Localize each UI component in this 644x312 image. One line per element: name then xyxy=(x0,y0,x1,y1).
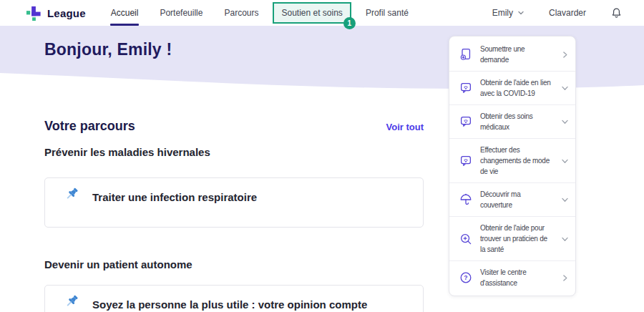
chat-heart-icon xyxy=(458,114,474,129)
journey-card-infection[interactable]: Traiter une infection respiratoire xyxy=(44,177,424,228)
navbar-right: Emily Clavarder xyxy=(492,7,623,19)
journey-card-opinion[interactable]: Soyez la personne la plus utile : votre … xyxy=(44,285,424,312)
help-circle-icon: ? xyxy=(458,270,474,285)
nav-item-accueil[interactable]: Accueil xyxy=(100,0,150,26)
svg-text:?: ? xyxy=(464,274,467,281)
support-item-trouver-praticien[interactable]: Obtenir de l'aide pour trouver un pratic… xyxy=(449,216,575,260)
chevron-right-icon xyxy=(560,50,570,59)
greeting-heading: Bonjour, Emily ! xyxy=(44,40,172,59)
chat-button[interactable]: Clavarder xyxy=(549,8,586,18)
chat-heart-icon xyxy=(458,81,474,95)
umbrella-icon xyxy=(458,192,474,207)
journey-title: Votre parcours xyxy=(44,119,135,134)
journey-group-heading: Prévenir les maladies hivernales xyxy=(44,146,210,158)
bell-icon xyxy=(610,7,623,19)
user-menu[interactable]: Emily xyxy=(492,8,525,18)
chat-heart-icon xyxy=(458,154,474,168)
search-plus-icon xyxy=(458,232,474,246)
support-item-mode-de-vie[interactable]: Effectuer des changements de mode de vie xyxy=(449,138,575,182)
top-navbar: League Accueil Portefeuille Parcours Sou… xyxy=(0,0,644,26)
chevron-down-icon xyxy=(560,83,570,93)
league-logo[interactable]: League xyxy=(26,5,86,21)
journey-header: Votre parcours Voir tout xyxy=(44,119,424,134)
primary-nav: Accueil Portefeuille Parcours Soutien et… xyxy=(100,0,419,26)
chevron-down-icon xyxy=(560,234,570,244)
brand-name: League xyxy=(47,7,86,19)
view-all-link[interactable]: Voir tout xyxy=(386,122,424,132)
chevron-down-icon xyxy=(560,195,570,205)
journey-card-title: Soyez la personne la plus utile : votre … xyxy=(92,298,367,311)
journey-group-heading: Devenir un patient autonome xyxy=(44,258,192,270)
pushpin-icon xyxy=(62,293,80,312)
chevron-right-icon xyxy=(560,273,570,283)
support-item-centre-assistance[interactable]: ? Visiter le centre d'assistance xyxy=(449,260,575,294)
document-add-icon xyxy=(458,47,474,62)
nav-item-portefeuille[interactable]: Portefeuille xyxy=(149,0,213,26)
support-item-aide-covid[interactable]: Obtenir de l'aide en lien avec la COVID-… xyxy=(449,71,575,104)
journey-card-title: Traiter une infection respiratoire xyxy=(92,191,257,203)
pushpin-icon xyxy=(62,185,80,208)
chevron-down-icon xyxy=(560,117,570,127)
league-logo-icon xyxy=(26,5,42,21)
support-panel: Soumettre une demande Obtenir de l'aide … xyxy=(449,36,576,296)
support-item-soins-medicaux[interactable]: Obtenir des soins médicaux xyxy=(449,104,575,138)
user-name: Emily xyxy=(492,8,513,18)
notifications-button[interactable] xyxy=(610,7,623,19)
annotation-step-badge: 1 xyxy=(343,17,356,29)
support-item-soumettre-demande[interactable]: Soumettre une demande xyxy=(449,38,575,71)
nav-item-profil-sante[interactable]: Profil santé xyxy=(355,0,419,26)
nav-item-parcours[interactable]: Parcours xyxy=(213,0,269,26)
support-item-couverture[interactable]: Découvrir ma couverture xyxy=(449,182,575,216)
chevron-down-icon xyxy=(560,156,570,166)
nav-item-soutien-et-soins[interactable]: Soutien et soins 1 xyxy=(273,2,351,24)
chevron-down-icon xyxy=(517,9,525,16)
